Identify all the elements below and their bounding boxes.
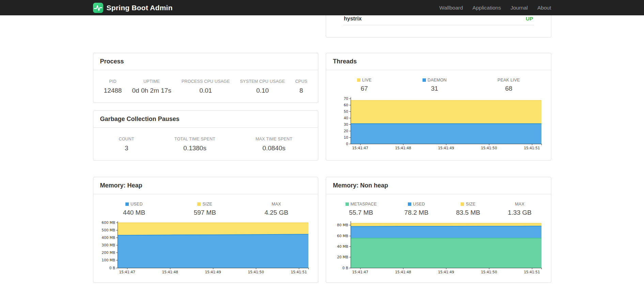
brand-title: Spring Boot Admin — [107, 4, 173, 12]
nonheap-card-title: Memory: Non heap — [333, 182, 544, 189]
svg-text:15:41:47: 15:41:47 — [119, 270, 135, 274]
heap-card-header: Memory: Heap — [93, 177, 318, 194]
stat-uptime: UPTIME 0d 0h 2m 17s — [132, 79, 171, 94]
legend-label: PEAK LIVE — [497, 78, 520, 82]
legend-value: 67 — [361, 85, 368, 92]
stat-label: MAX TIME SPENT — [256, 137, 292, 141]
threads-chart: 01020304050607015:41:4715:41:4815:41:491… — [333, 96, 544, 152]
svg-text:60 MB: 60 MB — [337, 234, 348, 238]
svg-text:15:41:47: 15:41:47 — [352, 146, 368, 150]
process-card-title: Process — [100, 58, 311, 65]
stat-value: 12488 — [104, 87, 122, 94]
svg-text:15:41:48: 15:41:48 — [395, 270, 411, 274]
svg-text:15:41:48: 15:41:48 — [162, 270, 178, 274]
legend-label: USED — [413, 202, 425, 207]
legend-item-daemon: DAEMON 31 — [423, 78, 447, 92]
svg-text:0 B: 0 B — [109, 266, 115, 270]
svg-text:15:41:49: 15:41:49 — [438, 146, 454, 150]
memory-heap-card: Memory: Heap USED 440 MB SIZE — [93, 177, 319, 283]
stat-label: TOTAL TIME SPENT — [174, 137, 215, 141]
threads-card-header: Threads — [326, 53, 551, 70]
gc-pauses-card: Garbage Collection Pauses COUNT 3 TOTAL … — [93, 110, 319, 161]
nonheap-chart-area: 0 B20 MB40 MB60 MB80 MB15:41:4715:41:481… — [326, 220, 551, 283]
nav-item-wallboard[interactable]: Wallboard — [439, 5, 463, 11]
legend-value: 31 — [431, 85, 438, 92]
nonheap-legend: METASPACE 55.7 MB USED 78.2 MB — [326, 194, 551, 216]
stat-label: UPTIME — [132, 79, 171, 84]
stat-process-cpu-usage: PROCESS CPU USAGE 0.01 — [182, 79, 230, 94]
stat-value: 0.10 — [240, 87, 285, 94]
empty-column — [93, 15, 319, 37]
svg-text:15:41:49: 15:41:49 — [205, 270, 221, 274]
stat-value: 0.0840s — [256, 145, 292, 152]
metaspace-swatch-icon — [346, 202, 349, 206]
stat-system-cpu-usage: SYSTEM CPU USAGE 0.10 — [240, 79, 285, 94]
legend-item-max: MAX 4.25 GB — [264, 202, 288, 216]
svg-text:600 MB: 600 MB — [102, 221, 116, 225]
stat-total-time-spent: TOTAL TIME SPENT 0.1380s — [174, 137, 215, 152]
svg-text:50: 50 — [343, 109, 348, 113]
svg-text:40 MB: 40 MB — [337, 244, 348, 248]
nav-item-applications[interactable]: Applications — [473, 5, 501, 11]
svg-text:15:41:50: 15:41:50 — [481, 146, 497, 150]
svg-text:15:41:48: 15:41:48 — [395, 146, 411, 150]
svg-text:15:41:51: 15:41:51 — [524, 270, 540, 274]
stat-value: 8 — [295, 87, 307, 94]
legend-value: 68 — [505, 85, 512, 92]
svg-text:15:41:50: 15:41:50 — [481, 270, 497, 274]
legend-item-max: MAX 1.33 GB — [508, 202, 532, 216]
stat-label: PID — [104, 79, 122, 84]
memory-nonheap-chart: 0 B20 MB40 MB60 MB80 MB15:41:4715:41:481… — [333, 220, 544, 276]
threads-chart-area: 01020304050607015:41:4715:41:4815:41:491… — [326, 96, 551, 158]
legend-label: LIVE — [362, 78, 372, 82]
svg-text:500 MB: 500 MB — [102, 228, 116, 232]
legend-label: METASPACE — [351, 202, 377, 207]
nav-item-journal[interactable]: Journal — [510, 5, 528, 11]
process-card-header: Process — [93, 53, 318, 70]
svg-text:20: 20 — [343, 129, 348, 133]
nav-item-about[interactable]: About — [537, 5, 551, 11]
legend-item-live: LIVE 67 — [357, 78, 372, 92]
size-swatch-icon — [461, 202, 464, 206]
stat-label: COUNT — [119, 137, 134, 141]
svg-text:10: 10 — [343, 135, 348, 139]
legend-item-size: SIZE 83.5 MB — [456, 202, 480, 216]
legend-value: 83.5 MB — [456, 209, 480, 216]
svg-text:70: 70 — [343, 96, 348, 101]
memory-heap-chart: 0 B100 MB200 MB300 MB400 MB500 MB600 MB1… — [100, 220, 311, 276]
stat-count: COUNT 3 — [119, 137, 134, 152]
heap-card-title: Memory: Heap — [100, 182, 311, 189]
gc-card-title: Garbage Collection Pauses — [100, 116, 311, 123]
legend-value: 55.7 MB — [349, 209, 373, 216]
gc-card-header: Garbage Collection Pauses — [93, 111, 318, 128]
legend-value: 78.2 MB — [404, 209, 429, 216]
nonheap-card-header: Memory: Non heap — [326, 177, 551, 194]
brand[interactable]: Spring Boot Admin — [93, 3, 173, 13]
svg-text:0: 0 — [346, 142, 348, 146]
svg-text:30: 30 — [343, 122, 348, 126]
svg-text:15:41:49: 15:41:49 — [438, 270, 454, 274]
svg-text:60: 60 — [343, 103, 348, 107]
application-name: hystrix — [344, 16, 362, 22]
svg-text:0 B: 0 B — [342, 266, 348, 270]
svg-text:20 MB: 20 MB — [337, 255, 348, 259]
legend-item-used: USED 440 MB — [123, 202, 145, 216]
legend-label: SIZE — [466, 202, 476, 207]
legend-value: 1.33 GB — [508, 209, 532, 216]
svg-text:200 MB: 200 MB — [102, 250, 116, 255]
status-badge: UP — [526, 16, 533, 22]
stat-value: 3 — [119, 145, 134, 152]
legend-label: MAX — [515, 202, 524, 207]
used-swatch-icon — [408, 202, 411, 206]
legend-value: 440 MB — [123, 209, 145, 216]
legend-item-used: USED 78.2 MB — [404, 202, 429, 216]
svg-text:15:41:51: 15:41:51 — [524, 146, 540, 150]
stat-label: PROCESS CPU USAGE — [182, 79, 230, 84]
gc-stats: COUNT 3 TOTAL TIME SPENT 0.1380s MAX TIM… — [93, 128, 318, 160]
stat-value: 0d 0h 2m 17s — [132, 87, 171, 94]
used-swatch-icon — [125, 202, 129, 206]
svg-text:15:41:47: 15:41:47 — [352, 270, 368, 274]
heap-chart-area: 0 B100 MB200 MB300 MB400 MB500 MB600 MB1… — [93, 220, 318, 283]
spring-boot-admin-logo-icon — [93, 3, 103, 13]
live-swatch-icon — [357, 78, 361, 82]
